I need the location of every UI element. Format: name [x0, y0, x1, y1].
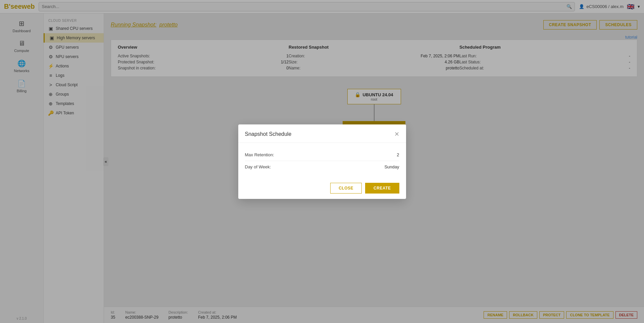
modal-create-button[interactable]: CREATE	[365, 183, 399, 194]
max-retention-label: Max Retention:	[245, 152, 274, 157]
day-of-week-value: Sunday	[384, 164, 399, 169]
modal-close-button[interactable]: CLOSE	[330, 183, 362, 194]
snapshot-schedule-modal: Snapshot Schedule ✕ Max Retention: 2 Day…	[238, 124, 406, 199]
modal-footer: CLOSE CREATE	[238, 179, 406, 199]
max-retention-row: Max Retention: 2	[245, 149, 399, 161]
day-of-week-row: Day of Week: Sunday	[245, 161, 399, 173]
modal-close-icon-button[interactable]: ✕	[394, 130, 399, 138]
modal-header: Snapshot Schedule ✕	[238, 124, 406, 143]
max-retention-value: 2	[397, 152, 399, 157]
modal-body: Max Retention: 2 Day of Week: Sunday	[238, 143, 406, 179]
modal-title: Snapshot Schedule	[245, 131, 292, 137]
day-of-week-label: Day of Week:	[245, 164, 271, 169]
modal-overlay: Snapshot Schedule ✕ Max Retention: 2 Day…	[0, 0, 644, 323]
